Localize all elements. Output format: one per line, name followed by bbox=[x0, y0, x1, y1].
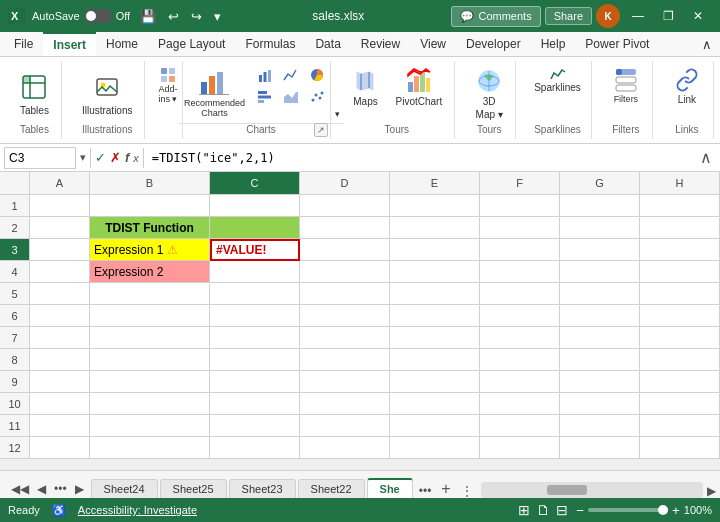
sheet-tab-sheet24[interactable]: Sheet24 bbox=[91, 479, 158, 498]
cell-b2[interactable]: TDIST Function bbox=[90, 217, 210, 239]
share-button[interactable]: Share bbox=[545, 7, 592, 25]
cell-d3[interactable] bbox=[300, 239, 390, 261]
cell-b3[interactable]: Expression 1 ⚠ bbox=[90, 239, 210, 261]
tables-button[interactable]: Tables bbox=[14, 71, 55, 119]
row-header-3[interactable]: 3 bbox=[0, 239, 30, 261]
col-header-d[interactable]: D bbox=[300, 172, 390, 194]
cell-a2[interactable] bbox=[30, 217, 90, 239]
sheet-tab-she[interactable]: She bbox=[367, 478, 413, 498]
sheet-options-button[interactable]: ⋮ bbox=[457, 484, 477, 498]
cell-b5[interactable] bbox=[90, 283, 210, 305]
tab-power-pivot[interactable]: Power Pivot bbox=[575, 32, 659, 56]
tab-view[interactable]: View bbox=[410, 32, 456, 56]
charts-expand[interactable]: ↗ bbox=[314, 123, 328, 137]
tab-developer[interactable]: Developer bbox=[456, 32, 531, 56]
cell-c2[interactable] bbox=[210, 217, 300, 239]
illustrations-button[interactable]: Illustrations bbox=[76, 71, 139, 119]
redo-button[interactable]: ↪ bbox=[187, 7, 206, 26]
cell-c3[interactable]: #VALUE! bbox=[210, 239, 300, 261]
sheet-nav-first[interactable]: ◀◀ bbox=[8, 480, 32, 498]
cell-g5[interactable] bbox=[560, 283, 640, 305]
cell-b1[interactable] bbox=[90, 195, 210, 217]
row-header-10[interactable]: 10 bbox=[0, 393, 30, 415]
column-chart-button[interactable] bbox=[253, 65, 277, 85]
cell-f2[interactable] bbox=[480, 217, 560, 239]
tab-home[interactable]: Home bbox=[96, 32, 148, 56]
page-layout-view-button[interactable]: 🗋 bbox=[536, 502, 550, 518]
cell-g2[interactable] bbox=[560, 217, 640, 239]
tab-help[interactable]: Help bbox=[531, 32, 576, 56]
tab-file[interactable]: File bbox=[4, 32, 43, 56]
cell-g3[interactable] bbox=[560, 239, 640, 261]
cell-g4[interactable] bbox=[560, 261, 640, 283]
accessibility-text[interactable]: Accessibility: Investigate bbox=[78, 504, 197, 516]
cell-d1[interactable] bbox=[300, 195, 390, 217]
row-header-1[interactable]: 1 bbox=[0, 195, 30, 217]
row-header-2[interactable]: 2 bbox=[0, 217, 30, 239]
row-header-6[interactable]: 6 bbox=[0, 305, 30, 327]
col-header-e[interactable]: E bbox=[390, 172, 480, 194]
comments-button[interactable]: 💬 Comments bbox=[451, 6, 540, 27]
cell-f5[interactable] bbox=[480, 283, 560, 305]
slicer-button[interactable]: Filters bbox=[606, 65, 646, 107]
zoom-out-button[interactable]: − bbox=[576, 503, 584, 518]
formula-input[interactable]: =TDIST("ice",2,1) bbox=[148, 151, 692, 165]
cell-c5[interactable] bbox=[210, 283, 300, 305]
maps-button[interactable]: Maps bbox=[345, 65, 385, 110]
function-icon[interactable]: f bbox=[125, 150, 129, 165]
cell-g1[interactable] bbox=[560, 195, 640, 217]
cell-a4[interactable] bbox=[30, 261, 90, 283]
cell-h5[interactable] bbox=[640, 283, 720, 305]
cell-a3[interactable] bbox=[30, 239, 90, 261]
add-sheet-button[interactable]: + bbox=[435, 480, 456, 498]
sheet-tab-sheet22[interactable]: Sheet22 bbox=[298, 479, 365, 498]
col-header-g[interactable]: G bbox=[560, 172, 640, 194]
col-header-b[interactable]: B bbox=[90, 172, 210, 194]
horizontal-scrollbar[interactable] bbox=[481, 482, 703, 498]
tab-data[interactable]: Data bbox=[305, 32, 350, 56]
name-box-dropdown[interactable]: ▾ bbox=[80, 151, 86, 164]
cell-h1[interactable] bbox=[640, 195, 720, 217]
scatter-chart-button[interactable] bbox=[305, 87, 329, 107]
sheet-tab-sheet25[interactable]: Sheet25 bbox=[160, 479, 227, 498]
row-header-11[interactable]: 11 bbox=[0, 415, 30, 437]
col-header-c[interactable]: C bbox=[210, 172, 300, 194]
cross-icon[interactable]: ✗ bbox=[110, 150, 121, 165]
page-break-view-button[interactable]: ⊟ bbox=[556, 502, 568, 518]
cell-e3[interactable] bbox=[390, 239, 480, 261]
cell-b4[interactable]: Expression 2 bbox=[90, 261, 210, 283]
col-header-h[interactable]: H bbox=[640, 172, 720, 194]
row-header-4[interactable]: 4 bbox=[0, 261, 30, 283]
cell-f1[interactable] bbox=[480, 195, 560, 217]
tab-page-layout[interactable]: Page Layout bbox=[148, 32, 235, 56]
link-button[interactable]: Link bbox=[667, 65, 707, 108]
close-button[interactable]: ✕ bbox=[684, 5, 712, 27]
tab-review[interactable]: Review bbox=[351, 32, 410, 56]
undo-button[interactable]: ↩ bbox=[164, 7, 183, 26]
row-header-5[interactable]: 5 bbox=[0, 283, 30, 305]
formula-expand-button[interactable]: ∧ bbox=[696, 148, 716, 167]
area-chart-button[interactable] bbox=[279, 87, 303, 107]
col-header-f[interactable]: F bbox=[480, 172, 560, 194]
cell-reference-box[interactable]: C3 bbox=[4, 147, 76, 169]
autosave-toggle[interactable]: AutoSave Off bbox=[32, 9, 130, 23]
row-header-9[interactable]: 9 bbox=[0, 371, 30, 393]
cell-d5[interactable] bbox=[300, 283, 390, 305]
cell-d2[interactable] bbox=[300, 217, 390, 239]
pie-chart-button[interactable] bbox=[305, 65, 329, 85]
recommended-charts-button[interactable]: RecommendedCharts bbox=[178, 65, 251, 121]
sheet-nav-dots[interactable]: ••• bbox=[51, 480, 70, 498]
cell-f3[interactable] bbox=[480, 239, 560, 261]
cell-h2[interactable] bbox=[640, 217, 720, 239]
cell-f4[interactable] bbox=[480, 261, 560, 283]
save-button[interactable]: 💾 bbox=[136, 7, 160, 26]
zoom-in-button[interactable]: + bbox=[672, 503, 680, 518]
autosave-pill[interactable] bbox=[84, 9, 112, 23]
sheet-tab-sheet23[interactable]: Sheet23 bbox=[229, 479, 296, 498]
tab-insert[interactable]: Insert bbox=[43, 32, 96, 56]
sheet-more-tabs-button[interactable]: ••• bbox=[415, 484, 436, 498]
line-chart-button[interactable] bbox=[279, 65, 303, 85]
pivot-chart-button[interactable]: PivotChart bbox=[389, 65, 448, 110]
bar-chart-button[interactable] bbox=[253, 87, 277, 107]
row-header-8[interactable]: 8 bbox=[0, 349, 30, 371]
